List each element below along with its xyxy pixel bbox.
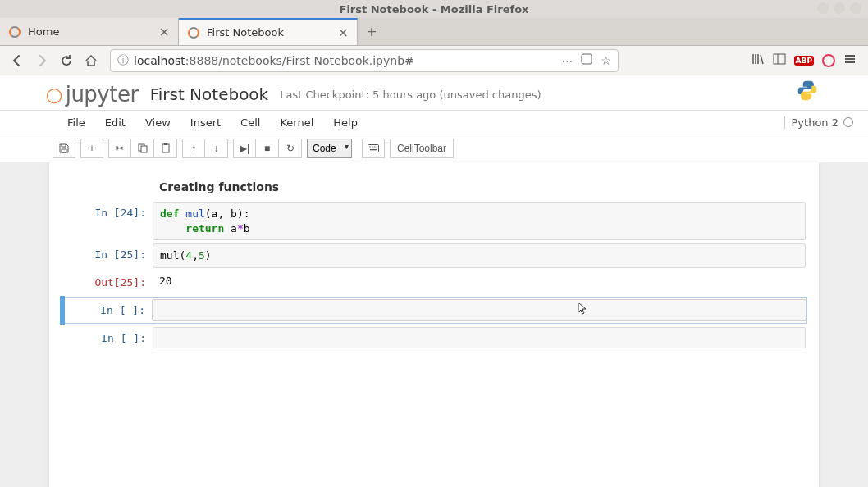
svg-point-9 bbox=[372, 146, 372, 147]
svg-point-8 bbox=[369, 146, 370, 147]
restart-button[interactable]: ↻ bbox=[279, 139, 302, 158]
browser-tab-notebook[interactable]: First Notebook × bbox=[179, 18, 358, 45]
menu-insert[interactable]: Insert bbox=[180, 111, 231, 134]
notebook-scroll-area[interactable]: Creating functions In [24]: def mul(a, b… bbox=[0, 162, 868, 487]
jupyter-menubar: File Edit View Insert Cell Kernel Help P… bbox=[0, 110, 868, 134]
hamburger-menu-icon[interactable] bbox=[843, 52, 857, 68]
svg-rect-4 bbox=[141, 146, 147, 152]
output-text: 20 bbox=[153, 271, 806, 290]
svg-point-10 bbox=[374, 146, 375, 147]
sidebar-icon[interactable] bbox=[773, 52, 786, 68]
reload-button[interactable] bbox=[56, 50, 77, 71]
celltype-select-wrap: Code bbox=[307, 139, 352, 158]
browser-toolbar: ⓘ localhost:8888/notebooks/First Noteboo… bbox=[0, 46, 868, 75]
move-up-button[interactable]: ↑ bbox=[182, 139, 205, 158]
input-prompt: In [25]: bbox=[62, 244, 153, 268]
checkpoint-status: Last Checkpoint: 5 hours ago (unsaved ch… bbox=[280, 89, 541, 101]
code-cell-25-output: Out[25]: 20 bbox=[62, 271, 806, 294]
jupyter-logo-text: jupyter bbox=[66, 82, 139, 107]
floppy-icon bbox=[59, 143, 69, 153]
library-icon[interactable] bbox=[752, 52, 765, 68]
markdown-rendered: Creating functions bbox=[153, 175, 806, 198]
scissors-icon: ✂ bbox=[116, 143, 124, 154]
page-action-dots-icon[interactable]: ⋯ bbox=[561, 54, 573, 67]
site-info-icon[interactable]: ⓘ bbox=[117, 53, 129, 68]
abp-icon[interactable]: ABP bbox=[794, 56, 814, 66]
code-cell-empty-selected[interactable]: In [ ]: bbox=[61, 297, 807, 324]
forward-button[interactable] bbox=[31, 50, 53, 71]
bookmark-star-icon[interactable]: ☆ bbox=[601, 54, 611, 67]
os-titlebar: First Notebook - Mozilla Firefox bbox=[0, 0, 868, 18]
input-prompt: In [ ]: bbox=[62, 299, 152, 321]
interrupt-button[interactable]: ■ bbox=[256, 139, 279, 158]
window-title: First Notebook - Mozilla Firefox bbox=[340, 3, 529, 16]
window-maximize-button[interactable] bbox=[834, 2, 845, 14]
back-button[interactable] bbox=[7, 50, 28, 71]
notebook-title[interactable]: First Notebook bbox=[150, 84, 269, 104]
home-button[interactable] bbox=[80, 50, 102, 71]
url-path: :8888/notebooks/First Notebook.ipynb# bbox=[185, 54, 414, 67]
copy-button[interactable] bbox=[131, 139, 154, 158]
browser-tab-strip: Home × First Notebook × + bbox=[0, 18, 868, 46]
svg-rect-5 bbox=[162, 144, 169, 152]
markdown-cell[interactable]: Creating functions bbox=[62, 175, 806, 198]
menu-cell[interactable]: Cell bbox=[231, 111, 270, 134]
code-input[interactable]: mul(4,5) bbox=[153, 244, 806, 268]
stop-icon: ■ bbox=[264, 143, 270, 154]
jupyter-favicon-icon bbox=[8, 25, 21, 39]
celltoolbar-button[interactable]: CellToolbar bbox=[390, 139, 454, 158]
command-palette-button[interactable] bbox=[362, 139, 385, 158]
reader-mode-icon[interactable] bbox=[581, 53, 592, 67]
window-controls bbox=[817, 2, 861, 14]
svg-rect-0 bbox=[582, 54, 592, 64]
tab-label: Home bbox=[28, 25, 153, 38]
paste-icon bbox=[161, 143, 171, 153]
extension-icon[interactable] bbox=[822, 54, 835, 67]
code-input[interactable] bbox=[153, 327, 806, 348]
arrow-down-icon: ↓ bbox=[214, 143, 219, 154]
code-cell-empty[interactable]: In [ ]: bbox=[62, 327, 806, 349]
paste-button[interactable] bbox=[154, 139, 177, 158]
restart-icon: ↻ bbox=[286, 143, 295, 154]
menu-edit[interactable]: Edit bbox=[95, 111, 135, 134]
copy-icon bbox=[138, 143, 148, 153]
tab-close-button[interactable]: × bbox=[338, 25, 349, 40]
step-forward-icon: ▶| bbox=[240, 143, 249, 154]
menu-help[interactable]: Help bbox=[323, 111, 368, 134]
kernel-indicator[interactable]: Python 2 bbox=[784, 116, 858, 129]
kernel-status-icon bbox=[843, 117, 853, 127]
keyboard-icon bbox=[368, 144, 379, 152]
menu-view[interactable]: View bbox=[135, 111, 180, 134]
jupyter-logo[interactable]: ◯ jupyter bbox=[46, 82, 139, 107]
arrow-up-icon: ↑ bbox=[191, 143, 196, 154]
url-host: localhost bbox=[134, 54, 185, 67]
python-logo-icon bbox=[796, 79, 819, 104]
code-cell-25[interactable]: In [25]: mul(4,5) bbox=[62, 244, 806, 268]
browser-tab-home[interactable]: Home × bbox=[0, 18, 179, 45]
window-close-button[interactable] bbox=[850, 2, 861, 14]
jupyter-header: ◯ jupyter First Notebook Last Checkpoint… bbox=[0, 75, 868, 110]
move-down-button[interactable]: ↓ bbox=[205, 139, 228, 158]
code-cell-24[interactable]: In [24]: def mul(a, b): return a*b bbox=[62, 202, 806, 240]
save-button[interactable] bbox=[53, 139, 75, 158]
code-input[interactable] bbox=[152, 299, 806, 321]
tab-label: First Notebook bbox=[207, 26, 331, 39]
celltype-select[interactable]: Code bbox=[307, 139, 352, 158]
tab-close-button[interactable]: × bbox=[159, 24, 170, 39]
run-button[interactable]: ▶| bbox=[233, 139, 256, 158]
window-minimize-button[interactable] bbox=[817, 2, 829, 14]
kernel-name: Python 2 bbox=[792, 116, 838, 129]
add-cell-button[interactable]: + bbox=[80, 139, 103, 158]
plus-icon: + bbox=[89, 143, 94, 154]
svg-rect-7 bbox=[368, 144, 379, 152]
page-content: ◯ jupyter First Notebook Last Checkpoint… bbox=[0, 75, 868, 487]
new-tab-button[interactable]: + bbox=[358, 18, 386, 45]
svg-rect-6 bbox=[164, 143, 167, 145]
prompt-empty bbox=[62, 175, 153, 198]
notebook: Creating functions In [24]: def mul(a, b… bbox=[48, 162, 820, 487]
cut-button[interactable]: ✂ bbox=[108, 139, 131, 158]
address-bar[interactable]: ⓘ localhost:8888/notebooks/First Noteboo… bbox=[110, 49, 619, 72]
menu-file[interactable]: File bbox=[57, 111, 95, 134]
code-input[interactable]: def mul(a, b): return a*b bbox=[153, 202, 806, 240]
menu-kernel[interactable]: Kernel bbox=[270, 111, 323, 134]
